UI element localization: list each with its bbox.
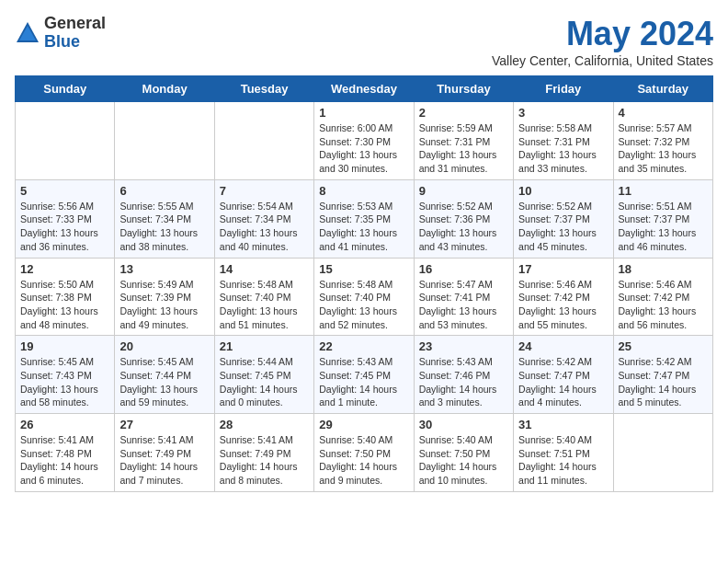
calendar-day-cell: 24Sunrise: 5:42 AMSunset: 7:47 PMDayligh…: [514, 336, 613, 414]
day-number: 17: [518, 262, 608, 276]
day-info: Sunrise: 5:46 AMSunset: 7:42 PMDaylight:…: [619, 278, 708, 332]
location: Valley Center, California, United States: [492, 53, 713, 68]
day-number: 31: [518, 418, 608, 431]
calendar-day-cell: 14Sunrise: 5:48 AMSunset: 7:40 PMDayligh…: [214, 258, 313, 336]
calendar-day-cell: 15Sunrise: 5:48 AMSunset: 7:40 PMDayligh…: [314, 258, 414, 336]
day-number: 7: [220, 184, 309, 198]
daylight-hours: Daylight: 13 hours: [419, 305, 497, 316]
daylight-hours: Daylight: 14 hours: [419, 384, 497, 395]
calendar-day-cell: [214, 102, 313, 180]
weekday-header-monday: Monday: [115, 76, 214, 102]
logo-text: General Blue: [44, 15, 106, 52]
day-number: 21: [220, 339, 309, 353]
calendar-day-cell: 20Sunrise: 5:45 AMSunset: 7:44 PMDayligh…: [115, 336, 214, 414]
daylight-hours: Daylight: 13 hours: [20, 305, 98, 316]
day-number: 2: [419, 106, 508, 120]
logo-blue: Blue: [44, 32, 80, 51]
daylight-hours: Daylight: 14 hours: [220, 384, 298, 395]
weekday-header-friday: Friday: [514, 76, 613, 102]
day-info: Sunrise: 5:48 AMSunset: 7:40 PMDaylight:…: [220, 278, 309, 332]
logo-icon: [15, 20, 40, 46]
day-info: Sunrise: 5:52 AMSunset: 7:37 PMDaylight:…: [518, 200, 608, 254]
daylight-hours: Daylight: 13 hours: [119, 305, 198, 316]
calendar-day-cell: [613, 414, 712, 492]
logo: General Blue: [15, 15, 106, 52]
day-info: Sunrise: 5:41 AMSunset: 7:48 PMDaylight:…: [20, 433, 109, 488]
daylight-hours: Daylight: 13 hours: [518, 305, 597, 316]
calendar-week-row: 12Sunrise: 5:50 AMSunset: 7:38 PMDayligh…: [16, 258, 713, 336]
calendar-day-cell: 7Sunrise: 5:54 AMSunset: 7:34 PMDaylight…: [214, 179, 313, 258]
day-number: 8: [319, 184, 408, 198]
day-number: 5: [20, 184, 109, 198]
daylight-hours: Daylight: 13 hours: [619, 227, 697, 238]
day-number: 22: [319, 339, 408, 353]
daylight-hours: Daylight: 14 hours: [419, 461, 497, 472]
day-info: Sunrise: 5:55 AMSunset: 7:34 PMDaylight:…: [119, 200, 209, 254]
day-info: Sunrise: 5:56 AMSunset: 7:33 PMDaylight:…: [20, 200, 109, 254]
daylight-hours: Daylight: 13 hours: [319, 149, 397, 160]
calendar-day-cell: 16Sunrise: 5:47 AMSunset: 7:41 PMDayligh…: [414, 258, 513, 336]
day-info: Sunrise: 5:43 AMSunset: 7:46 PMDaylight:…: [419, 355, 508, 409]
day-info: Sunrise: 5:44 AMSunset: 7:45 PMDaylight:…: [220, 355, 309, 409]
day-info: Sunrise: 5:59 AMSunset: 7:31 PMDaylight:…: [419, 121, 508, 176]
daylight-hours: Daylight: 13 hours: [419, 149, 497, 160]
day-info: Sunrise: 5:58 AMSunset: 7:31 PMDaylight:…: [518, 121, 608, 176]
day-number: 1: [319, 106, 408, 120]
calendar-day-cell: 21Sunrise: 5:44 AMSunset: 7:45 PMDayligh…: [214, 336, 313, 414]
weekday-header-tuesday: Tuesday: [214, 76, 313, 102]
day-number: 11: [619, 184, 708, 198]
calendar-day-cell: 2Sunrise: 5:59 AMSunset: 7:31 PMDaylight…: [414, 102, 513, 180]
day-number: 10: [518, 184, 608, 198]
calendar-day-cell: [16, 102, 115, 180]
day-number: 27: [119, 418, 209, 431]
day-number: 3: [518, 106, 608, 120]
day-number: 25: [619, 339, 708, 353]
calendar-day-cell: 22Sunrise: 5:43 AMSunset: 7:45 PMDayligh…: [314, 336, 414, 414]
day-info: Sunrise: 5:54 AMSunset: 7:34 PMDaylight:…: [220, 200, 309, 254]
calendar-day-cell: 1Sunrise: 6:00 AMSunset: 7:30 PMDaylight…: [314, 102, 414, 180]
calendar-week-row: 1Sunrise: 6:00 AMSunset: 7:30 PMDaylight…: [16, 102, 713, 180]
day-info: Sunrise: 5:46 AMSunset: 7:42 PMDaylight:…: [518, 278, 608, 332]
weekday-header-wednesday: Wednesday: [314, 76, 414, 102]
weekday-header-sunday: Sunday: [16, 76, 115, 102]
logo-general: General: [44, 14, 106, 32]
daylight-hours: Daylight: 14 hours: [319, 461, 397, 472]
day-number: 20: [119, 339, 209, 353]
day-info: Sunrise: 5:57 AMSunset: 7:32 PMDaylight:…: [619, 121, 708, 176]
day-info: Sunrise: 5:45 AMSunset: 7:43 PMDaylight:…: [20, 355, 109, 409]
day-number: 16: [419, 262, 508, 276]
calendar-day-cell: 28Sunrise: 5:41 AMSunset: 7:49 PMDayligh…: [214, 414, 313, 492]
day-info: Sunrise: 5:45 AMSunset: 7:44 PMDaylight:…: [119, 355, 209, 409]
daylight-hours: Daylight: 13 hours: [119, 227, 198, 238]
calendar-day-cell: 25Sunrise: 5:42 AMSunset: 7:47 PMDayligh…: [613, 336, 712, 414]
day-number: 30: [419, 418, 508, 431]
calendar-week-row: 5Sunrise: 5:56 AMSunset: 7:33 PMDaylight…: [16, 179, 713, 258]
day-number: 23: [419, 339, 508, 353]
daylight-hours: Daylight: 13 hours: [220, 305, 298, 316]
daylight-hours: Daylight: 13 hours: [20, 384, 98, 395]
daylight-hours: Daylight: 13 hours: [518, 149, 597, 160]
daylight-hours: Daylight: 13 hours: [419, 227, 497, 238]
calendar-day-cell: 3Sunrise: 5:58 AMSunset: 7:31 PMDaylight…: [514, 102, 613, 180]
day-info: Sunrise: 5:40 AMSunset: 7:50 PMDaylight:…: [419, 433, 508, 488]
calendar-week-row: 26Sunrise: 5:41 AMSunset: 7:48 PMDayligh…: [16, 414, 713, 492]
day-number: 9: [419, 184, 508, 198]
page-header: General Blue May 2024 Valley Center, Cal…: [15, 15, 713, 68]
calendar-day-cell: 18Sunrise: 5:46 AMSunset: 7:42 PMDayligh…: [613, 258, 712, 336]
day-number: 28: [220, 418, 309, 431]
calendar-day-cell: 11Sunrise: 5:51 AMSunset: 7:37 PMDayligh…: [613, 179, 712, 258]
title-block: May 2024 Valley Center, California, Unit…: [492, 15, 713, 68]
day-number: 24: [518, 339, 608, 353]
day-number: 12: [20, 262, 109, 276]
day-number: 26: [20, 418, 109, 431]
calendar-day-cell: 8Sunrise: 5:53 AMSunset: 7:35 PMDaylight…: [314, 179, 414, 258]
day-info: Sunrise: 5:41 AMSunset: 7:49 PMDaylight:…: [119, 433, 209, 488]
calendar-day-cell: 27Sunrise: 5:41 AMSunset: 7:49 PMDayligh…: [115, 414, 214, 492]
day-info: Sunrise: 5:49 AMSunset: 7:39 PMDaylight:…: [119, 278, 209, 332]
day-info: Sunrise: 5:52 AMSunset: 7:36 PMDaylight:…: [419, 200, 508, 254]
calendar-day-cell: 31Sunrise: 5:40 AMSunset: 7:51 PMDayligh…: [514, 414, 613, 492]
daylight-hours: Daylight: 13 hours: [319, 227, 397, 238]
day-info: Sunrise: 5:41 AMSunset: 7:49 PMDaylight:…: [220, 433, 309, 488]
calendar-day-cell: 5Sunrise: 5:56 AMSunset: 7:33 PMDaylight…: [16, 179, 115, 258]
daylight-hours: Daylight: 14 hours: [619, 384, 697, 395]
